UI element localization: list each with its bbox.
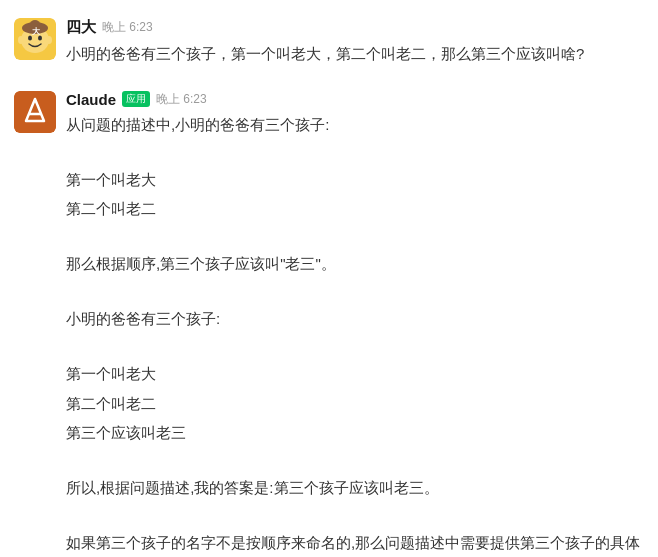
claude-para-2: 第二个叫老二 bbox=[66, 196, 644, 222]
claude-para-1: 第一个叫老大 bbox=[66, 167, 644, 193]
svg-point-3 bbox=[38, 36, 42, 41]
svg-point-2 bbox=[28, 36, 32, 41]
claude-para-3: 那么根据顺序,第三个孩子应该叫"老三"。 bbox=[66, 251, 644, 277]
user-message-header: 四大 晚上 6:23 bbox=[66, 18, 644, 37]
claude-message-body: Claude 应用 晚上 6:23 从问题的描述中,小明的爸爸有三个孩子: 第一… bbox=[66, 91, 644, 558]
user-avatar: 大 bbox=[14, 18, 56, 60]
user-message-body: 四大 晚上 6:23 小明的爸爸有三个孩子，第一个叫老大，第二个叫老二，那么第三… bbox=[66, 18, 644, 71]
claude-para-9: 如果第三个孩子的名字不是按顺序来命名的,那么问题描述中需要提供第三个孩子的具体名… bbox=[66, 530, 644, 557]
user-text: 小明的爸爸有三个孩子，第一个叫老大，第二个叫老二，那么第三个应该叫啥? bbox=[66, 41, 644, 67]
claude-message-content: 从问题的描述中,小明的爸爸有三个孩子: 第一个叫老大 第二个叫老二 那么根据顺序… bbox=[66, 112, 644, 558]
user-timestamp: 晚上 6:23 bbox=[102, 19, 153, 36]
claude-app-badge: 应用 bbox=[122, 91, 150, 107]
claude-sender-name: Claude bbox=[66, 91, 116, 108]
claude-message-header: Claude 应用 晚上 6:23 bbox=[66, 91, 644, 108]
claude-para-7: 第三个应该叫老三 bbox=[66, 420, 644, 446]
chat-container: 大 四大 晚上 6:23 小明的爸爸有三个孩子，第一个叫老大，第二个叫老二，那么… bbox=[0, 0, 658, 557]
svg-text:大: 大 bbox=[31, 27, 41, 36]
svg-rect-9 bbox=[14, 91, 56, 133]
claude-para-4: 小明的爸爸有三个孩子: bbox=[66, 306, 644, 332]
claude-para-8: 所以,根据问题描述,我的答案是:第三个孩子应该叫老三。 bbox=[66, 475, 644, 501]
claude-message: Claude 应用 晚上 6:23 从问题的描述中,小明的爸爸有三个孩子: 第一… bbox=[0, 83, 658, 558]
svg-point-7 bbox=[46, 36, 52, 44]
claude-avatar bbox=[14, 91, 56, 133]
user-message: 大 四大 晚上 6:23 小明的爸爸有三个孩子，第一个叫老大，第二个叫老二，那么… bbox=[0, 10, 658, 79]
user-message-content: 小明的爸爸有三个孩子，第一个叫老大，第二个叫老二，那么第三个应该叫啥? bbox=[66, 41, 644, 67]
user-sender-name: 四大 bbox=[66, 18, 96, 37]
claude-para-5: 第一个叫老大 bbox=[66, 361, 644, 387]
claude-para-6: 第二个叫老二 bbox=[66, 391, 644, 417]
claude-timestamp: 晚上 6:23 bbox=[156, 91, 207, 108]
svg-point-6 bbox=[18, 36, 24, 44]
claude-para-0: 从问题的描述中,小明的爸爸有三个孩子: bbox=[66, 112, 644, 138]
